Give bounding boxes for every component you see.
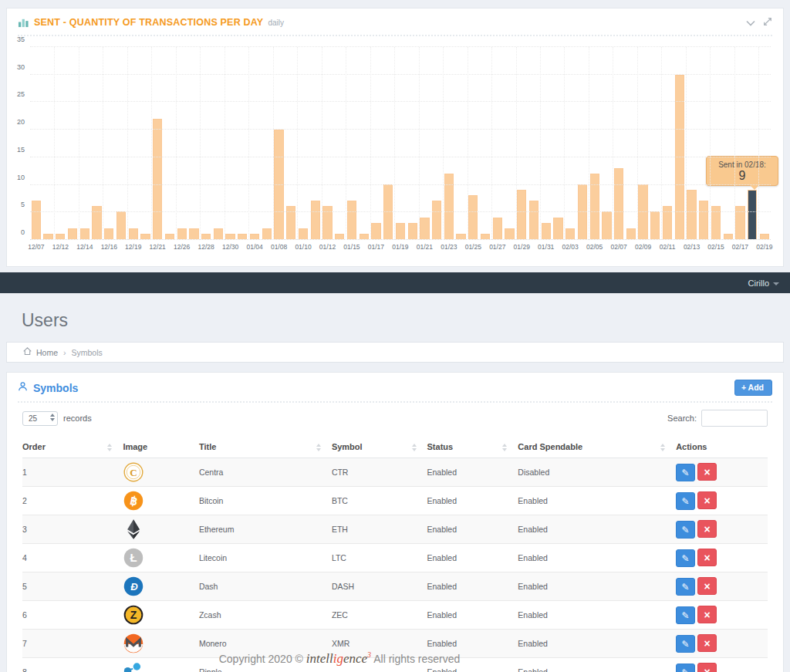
delete-button[interactable]: ×	[697, 606, 717, 623]
chart-bar[interactable]	[129, 228, 138, 239]
chart-bar[interactable]	[347, 201, 356, 239]
chart-bar[interactable]	[724, 234, 733, 239]
chart-bar[interactable]	[432, 201, 441, 239]
home-icon	[22, 346, 32, 357]
chart-bar[interactable]	[238, 234, 247, 239]
delete-button[interactable]: ×	[697, 491, 717, 509]
column-header-order[interactable]: Order	[22, 436, 123, 458]
edit-button[interactable]: ✎	[676, 606, 695, 624]
chart-bar[interactable]	[250, 234, 259, 239]
column-header-card-spendable[interactable]: Card Spendable	[518, 436, 676, 458]
chart-bar[interactable]	[299, 228, 308, 239]
tooltip-label: Sent in 02/18:	[711, 160, 773, 169]
chart-bar[interactable]	[104, 228, 113, 239]
gridline	[30, 74, 771, 75]
x-axis-tick-label: 01/08	[271, 243, 287, 251]
chart-bar[interactable]	[80, 228, 89, 239]
cell-image	[123, 515, 199, 544]
chart-bar[interactable]	[602, 211, 611, 239]
chart-bar[interactable]	[360, 234, 369, 239]
chart-bar[interactable]	[262, 228, 272, 239]
chevron-down-icon[interactable]	[746, 15, 755, 29]
x-axis-tick-label: 02/15	[707, 243, 724, 251]
chart-bar[interactable]	[699, 201, 708, 239]
chart-bar[interactable]	[626, 228, 636, 239]
gridline	[710, 47, 711, 240]
edit-button[interactable]: ✎	[676, 549, 695, 567]
y-axis-tick-label: 25	[17, 90, 25, 98]
column-header-title[interactable]: Title	[199, 436, 332, 458]
gridline	[491, 47, 492, 240]
chart-bar[interactable]	[56, 234, 65, 239]
x-axis-tick-label: 01/29	[514, 243, 530, 251]
chart-bar[interactable]	[311, 201, 320, 239]
breadcrumb-home[interactable]: Home	[36, 348, 58, 357]
chart-bar[interactable]	[335, 234, 344, 239]
x-axis-tick-label: 01/04	[246, 243, 262, 251]
gridline	[200, 47, 201, 240]
chart-bar[interactable]	[165, 234, 174, 239]
chart-bar[interactable]	[553, 218, 562, 239]
column-header-label: Title	[199, 442, 216, 451]
chart-bar[interactable]	[177, 228, 187, 239]
chart-bar[interactable]	[225, 234, 235, 239]
user-menu[interactable]: Cirillo	[748, 279, 780, 288]
chart-bar[interactable]	[493, 218, 502, 239]
chart-bar[interactable]	[529, 201, 538, 239]
gridline	[30, 157, 771, 157]
chart-bar[interactable]	[116, 211, 126, 239]
chart-bar[interactable]	[542, 223, 551, 239]
cell-actions: ✎×	[676, 630, 768, 658]
x-axis-tick-label: 02/11	[660, 243, 676, 251]
chart-bar[interactable]	[32, 201, 41, 239]
edit-button[interactable]: ✎	[676, 464, 695, 481]
chart-bar[interactable]	[687, 190, 696, 239]
chart-bar[interactable]	[420, 218, 429, 239]
dash-coin-icon: Đ	[123, 576, 144, 597]
delete-button[interactable]: ×	[697, 549, 717, 566]
chart-bar[interactable]	[189, 228, 198, 239]
chart-bar[interactable]	[68, 228, 77, 239]
edit-button[interactable]: ✎	[676, 492, 695, 510]
chart-bar[interactable]	[201, 234, 211, 239]
x-axis-tick-label: 12/14	[76, 243, 93, 251]
chart-bar[interactable]	[517, 190, 526, 239]
chart-bar[interactable]	[214, 228, 223, 239]
chart-bar[interactable]	[153, 119, 162, 240]
cell-image: C	[123, 458, 199, 487]
gridline	[637, 47, 638, 240]
chart-bar[interactable]	[650, 211, 660, 239]
chart-bar[interactable]	[590, 174, 599, 239]
delete-button[interactable]: ×	[697, 663, 717, 672]
add-button[interactable]: + Add	[734, 380, 772, 396]
records-per-page-select[interactable]: 25	[22, 411, 58, 426]
gridline	[79, 47, 79, 240]
caret-down-icon	[773, 282, 779, 285]
delete-button[interactable]: ×	[697, 577, 717, 595]
chart-bar-highlighted[interactable]	[748, 190, 757, 239]
delete-button[interactable]: ×	[697, 520, 717, 538]
chart-bar[interactable]	[408, 223, 417, 239]
table-row: 6ZZcashZECEnabledEnabled✎×	[22, 601, 768, 630]
chart-bar[interactable]	[43, 234, 52, 239]
chart-bar[interactable]	[614, 168, 623, 239]
chart-bar[interactable]	[371, 223, 380, 239]
edit-button[interactable]: ✎	[676, 578, 695, 596]
chart-bar[interactable]	[396, 223, 405, 239]
chart-bar[interactable]	[468, 195, 478, 239]
x-axis-tick-label: 01/27	[489, 243, 505, 251]
chart-bar[interactable]	[456, 234, 465, 239]
delete-button[interactable]: ×	[697, 463, 717, 481]
expand-icon[interactable]	[763, 15, 772, 29]
chart-bar[interactable]	[760, 234, 769, 239]
chart-bar[interactable]	[444, 174, 454, 239]
search-input[interactable]	[701, 410, 768, 427]
chart-bar[interactable]	[505, 228, 514, 239]
delete-button[interactable]: ×	[697, 634, 717, 652]
chart-bar[interactable]	[481, 234, 490, 239]
column-header-status[interactable]: Status	[427, 436, 518, 458]
edit-button[interactable]: ✎	[676, 521, 695, 539]
column-header-symbol[interactable]: Symbol	[332, 436, 427, 458]
chart-bar[interactable]	[565, 228, 575, 239]
chart-bar[interactable]	[140, 234, 150, 239]
